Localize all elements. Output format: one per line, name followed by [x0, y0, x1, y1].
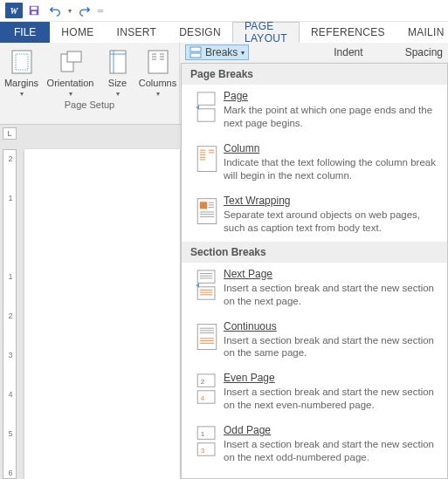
break-option-text-wrapping[interactable]: Text Wrapping Separate text around objec…	[182, 189, 447, 242]
option-desc: Indicate that the text following the col…	[224, 156, 440, 182]
option-title: Continuous	[224, 320, 440, 332]
svg-text:1: 1	[201, 430, 205, 438]
continuous-icon	[190, 320, 224, 360]
margins-button[interactable]: Margins ▾	[3, 46, 41, 98]
page-break-icon	[190, 90, 224, 130]
dropdown-section-section-breaks: Section Breaks	[182, 242, 447, 263]
dropdown-caret-icon: ▾	[241, 49, 245, 57]
spacing-label: Spacing	[405, 46, 443, 58]
dropdown-caret-icon: ▾	[156, 90, 160, 98]
size-icon	[104, 48, 132, 76]
undo-icon[interactable]	[45, 1, 65, 20]
svg-text:4: 4	[201, 394, 205, 402]
breaks-label: Breaks	[205, 46, 238, 58]
tab-design[interactable]: DESIGN	[168, 22, 232, 43]
word-app-icon: W	[5, 3, 23, 18]
ruler-tab-selector[interactable]: L	[3, 127, 17, 140]
option-title: Even Page	[224, 372, 440, 384]
option-title: Page	[224, 90, 440, 102]
group-page-setup: Margins ▾ Orientation ▾ Size ▾ Columns ▾…	[0, 43, 180, 124]
odd-page-icon: 13	[190, 424, 224, 464]
svg-rect-31	[200, 202, 207, 209]
orientation-button[interactable]: Orientation ▾	[45, 46, 97, 98]
ruler-mark: 6	[6, 469, 15, 477]
text-wrapping-icon	[190, 195, 224, 235]
svg-rect-6	[67, 51, 81, 62]
column-break-icon	[190, 142, 224, 182]
svg-rect-1	[31, 7, 38, 10]
ruler-mark: 4	[6, 390, 15, 399]
svg-text:2: 2	[201, 378, 205, 386]
tab-references[interactable]: REFERENCES	[300, 22, 396, 43]
dropdown-caret-icon: ▾	[69, 90, 72, 98]
option-title: Next Page	[224, 268, 440, 280]
ruler-mark: 2	[6, 311, 15, 320]
option-desc: Insert a section break and start the new…	[224, 334, 440, 360]
qat-customize-icon[interactable]: ═	[94, 1, 107, 20]
option-desc: Mark the point at which one page ends an…	[224, 104, 440, 130]
svg-rect-17	[190, 47, 201, 51]
ruler-mark: 5	[6, 429, 15, 438]
redo-icon[interactable]	[75, 1, 94, 20]
tab-home[interactable]: HOME	[50, 22, 105, 43]
orientation-label: Orientation	[47, 78, 94, 88]
vertical-ruler[interactable]: 2 1 1 2 3 4 5 6	[3, 149, 17, 479]
option-desc: Insert a section break and start the new…	[224, 386, 440, 412]
break-option-continuous[interactable]: Continuous Insert a section break and st…	[182, 315, 447, 367]
dropdown-section-page-breaks: Page Breaks	[182, 64, 447, 85]
option-desc: Insert a section break and start the new…	[224, 282, 440, 308]
orientation-icon	[57, 48, 85, 76]
svg-rect-18	[190, 53, 201, 58]
next-page-icon	[190, 268, 224, 308]
even-page-icon: 24	[190, 372, 224, 412]
ruler-mark: 1	[6, 272, 15, 281]
svg-rect-42	[197, 286, 215, 298]
break-option-even-page[interactable]: 24 Even Page Insert a section break and …	[182, 366, 447, 419]
svg-text:3: 3	[201, 447, 205, 455]
breaks-button[interactable]: Breaks ▾	[185, 44, 249, 60]
svg-rect-20	[197, 109, 215, 121]
tab-file[interactable]: FILE	[0, 22, 50, 43]
option-desc: Insert a section break and start the new…	[224, 438, 440, 464]
ruler-mark: 3	[6, 351, 15, 359]
svg-rect-19	[197, 92, 215, 105]
margins-label: Margins	[4, 78, 38, 88]
break-option-odd-page[interactable]: 13 Odd Page Insert a section break and s…	[182, 419, 447, 471]
columns-button[interactable]: Columns ▾	[139, 46, 177, 98]
svg-rect-2	[31, 11, 36, 15]
undo-dropdown-icon[interactable]: ▾	[65, 1, 75, 20]
indent-label: Indent	[334, 46, 362, 58]
option-desc: Separate text around objects on web page…	[224, 209, 440, 235]
svg-rect-38	[197, 270, 215, 283]
option-title: Text Wrapping	[224, 195, 440, 207]
break-option-page[interactable]: Page Mark the point at which one page en…	[182, 85, 447, 137]
margins-icon	[8, 48, 36, 76]
columns-icon	[144, 48, 172, 76]
dropdown-caret-icon: ▾	[20, 90, 24, 98]
ribbon-tabs: FILE HOME INSERT DESIGN PAGE LAYOUT REFE…	[0, 22, 448, 43]
break-option-column[interactable]: Column Indicate that the text following …	[182, 137, 447, 189]
option-title: Column	[224, 142, 440, 154]
option-title: Odd Page	[224, 424, 440, 436]
breaks-dropdown: Page Breaks Page Mark the point at which…	[181, 63, 448, 479]
svg-rect-10	[148, 51, 168, 73]
group-label-page-setup: Page Setup	[3, 98, 176, 113]
tab-mailings[interactable]: MAILIN	[396, 22, 448, 43]
tab-insert[interactable]: INSERT	[106, 22, 169, 43]
size-label: Size	[108, 78, 127, 88]
size-button[interactable]: Size ▾	[100, 46, 135, 98]
break-option-next-page[interactable]: Next Page Insert a section break and sta…	[182, 263, 447, 315]
ruler-mark: 1	[6, 194, 15, 202]
columns-label: Columns	[139, 78, 176, 88]
save-icon[interactable]	[24, 1, 44, 20]
tab-page-layout[interactable]: PAGE LAYOUT	[232, 22, 300, 43]
breaks-icon	[190, 46, 202, 58]
ruler-mark: 2	[6, 154, 15, 163]
document-page[interactable]	[24, 149, 180, 479]
title-bar: W ▾ ═	[0, 0, 448, 22]
dropdown-caret-icon: ▾	[116, 90, 120, 98]
